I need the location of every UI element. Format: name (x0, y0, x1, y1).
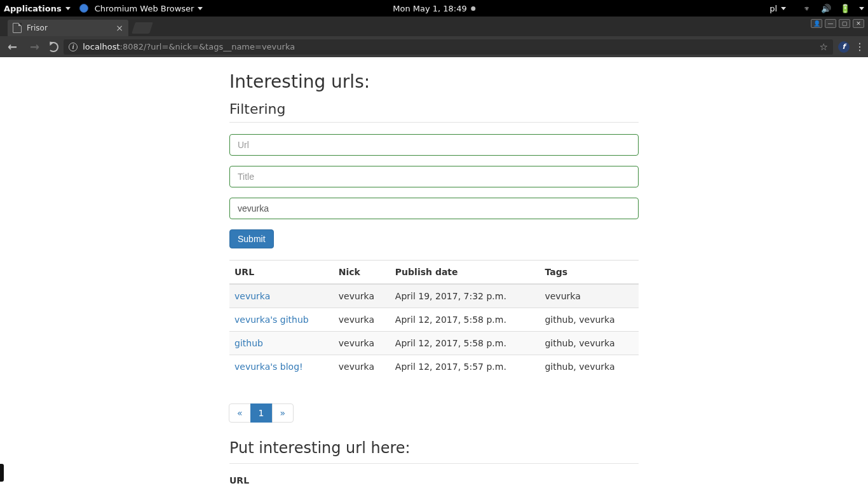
cell-nick: vevurka (334, 284, 390, 308)
fedora-extension-icon[interactable]: f (838, 41, 850, 53)
browser-tab-strip: Frisor × 👤 — ▢ ✕ (0, 17, 868, 36)
cell-nick: vevurka (334, 332, 390, 355)
browser-toolbar: ← → i localhost:8082/?url=&nick=&tags__n… (0, 36, 868, 57)
close-tab-button[interactable]: × (116, 23, 123, 33)
dropdown-icon (198, 7, 203, 10)
cell-date: April 12, 2017, 5:58 p.m. (390, 308, 540, 332)
cell-date: April 12, 2017, 5:58 p.m. (390, 332, 540, 355)
filtering-heading: Filtering (229, 101, 639, 123)
filter-tags-input[interactable] (229, 198, 639, 219)
wifi-icon[interactable]: ᯤ (804, 4, 812, 13)
put-url-label: URL (229, 475, 639, 485)
maximize-button[interactable]: ▢ (839, 19, 850, 28)
cell-date: April 19, 2017, 7:32 p.m. (390, 284, 540, 308)
page-content: Interesting urls: Filtering Submit URL N… (229, 57, 639, 488)
col-nick: Nick (334, 261, 390, 285)
reload-button[interactable] (48, 42, 58, 52)
col-date: Publish date (390, 261, 540, 285)
new-tab-button[interactable] (132, 22, 153, 34)
browser-tab[interactable]: Frisor × (8, 20, 128, 36)
system-menu-icon[interactable] (859, 7, 864, 10)
cell-tags: github, vevurka (539, 332, 639, 355)
url-link[interactable]: github (234, 338, 263, 348)
table-row: vevurkavevurkaApril 19, 2017, 7:32 p.m.v… (229, 284, 639, 308)
applications-menu[interactable]: Applications (4, 4, 71, 13)
url-link[interactable]: vevurka's github (234, 315, 309, 325)
page-prev[interactable]: « (229, 403, 251, 423)
cell-nick: vevurka (334, 355, 390, 379)
back-button[interactable]: ← (4, 40, 21, 53)
keyboard-layout-menu[interactable]: pl (770, 4, 786, 13)
filter-url-input[interactable] (229, 134, 639, 156)
minimize-button[interactable]: — (825, 19, 836, 28)
volume-icon[interactable]: 🔊 (821, 4, 831, 13)
user-button[interactable]: 👤 (811, 19, 822, 28)
dropdown-icon (781, 7, 786, 10)
table-row: vevurka's blog!vevurkaApril 12, 2017, 5:… (229, 355, 639, 379)
col-tags: Tags (539, 261, 639, 285)
close-window-button[interactable]: ✕ (853, 19, 864, 28)
site-info-icon[interactable]: i (69, 43, 78, 51)
col-url: URL (229, 261, 334, 285)
forward-button[interactable]: → (26, 40, 43, 53)
cell-tags: github, vevurka (539, 308, 639, 332)
page-title: Interesting urls: (229, 71, 639, 92)
url-link[interactable]: vevurka (234, 291, 270, 301)
page-viewport[interactable]: Interesting urls: Filtering Submit URL N… (0, 57, 868, 488)
cell-date: April 12, 2017, 5:57 p.m. (390, 355, 540, 379)
page-next[interactable]: » (272, 403, 294, 423)
submit-button[interactable]: Submit (229, 229, 274, 248)
put-url-heading: Put interesting url here: (229, 439, 639, 464)
table-row: githubvevurkaApril 12, 2017, 5:58 p.m.gi… (229, 332, 639, 355)
url-host: localhost (83, 42, 119, 51)
url-path: :8082/?url=&nick=&tags__name=vevurka (120, 42, 295, 51)
clock-text: Mon May 1, 18:49 (393, 4, 467, 13)
address-bar[interactable]: i localhost:8082/?url=&nick=&tags__name=… (64, 39, 833, 55)
clock-area[interactable]: Mon May 1, 18:49 (393, 4, 475, 13)
pagination: « 1 » (229, 403, 294, 423)
urls-table: URL Nick Publish date Tags vevurkavevurk… (229, 260, 639, 378)
bookmark-star-icon[interactable]: ☆ (820, 41, 828, 53)
cell-tags: github, vevurka (539, 355, 639, 379)
page-icon (13, 23, 22, 33)
chromium-icon (79, 4, 88, 13)
page-current[interactable]: 1 (250, 403, 273, 423)
active-app-menu[interactable]: Chromium Web Browser (79, 4, 203, 13)
notification-dot-icon (471, 6, 475, 11)
tab-title: Frisor (27, 24, 48, 32)
url-link[interactable]: vevurka's blog! (234, 362, 303, 372)
edge-artifact (0, 464, 4, 482)
cell-nick: vevurka (334, 308, 390, 332)
battery-icon[interactable]: 🔋 (840, 4, 850, 13)
os-top-bar: Applications Chromium Web Browser Mon Ma… (0, 0, 868, 17)
dropdown-icon (65, 7, 71, 10)
active-app-label: Chromium Web Browser (95, 4, 194, 13)
browser-menu-button[interactable]: ⋮ (855, 41, 864, 53)
table-row: vevurka's githubvevurkaApril 12, 2017, 5… (229, 308, 639, 332)
cell-tags: vevurka (539, 284, 639, 308)
filter-title-input[interactable] (229, 166, 639, 187)
